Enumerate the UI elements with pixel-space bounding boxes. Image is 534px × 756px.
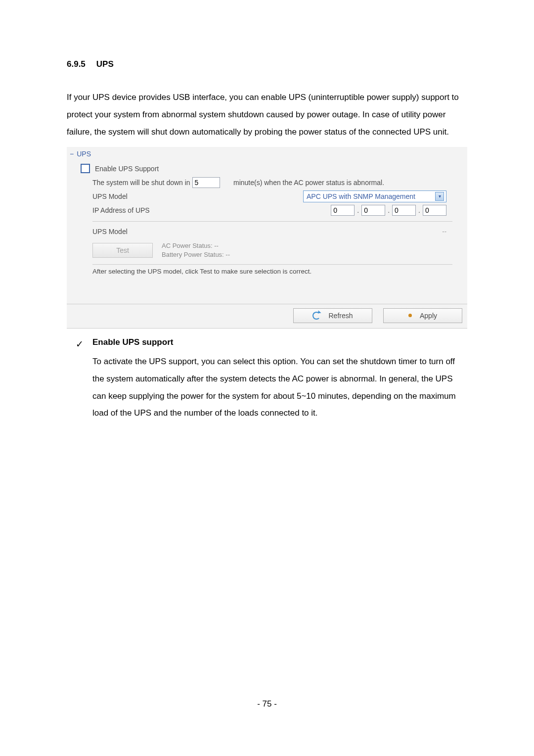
shutdown-sentence-post: minute(s) when the AC power status is ab… — [233, 179, 384, 187]
ups-model-status-value: -- — [442, 228, 452, 235]
selection-hint: After selecting the UPS model, click Tes… — [92, 268, 452, 275]
ip-address-group: . . . — [331, 205, 446, 216]
section-heading: 6.9.5UPS — [67, 59, 467, 69]
ip-octet-1[interactable] — [331, 205, 355, 216]
ups-model-status-label: UPS Model — [92, 228, 128, 236]
button-bar: Refresh Apply — [67, 304, 467, 328]
chevron-down-icon: ▾ — [435, 192, 444, 201]
test-button[interactable]: Test — [92, 243, 153, 258]
subsection-title: Enable UPS support — [92, 337, 467, 347]
heading-title: UPS — [96, 59, 114, 69]
ups-model-label: UPS Model — [92, 192, 128, 200]
ups-panel: −UPS Enable UPS Support The system will … — [67, 147, 467, 329]
ups-model-select[interactable]: APC UPS with SNMP Management ▾ — [303, 190, 446, 202]
shutdown-minutes-input[interactable] — [192, 177, 220, 188]
enable-checkbox[interactable] — [81, 164, 90, 173]
ip-octet-4[interactable] — [423, 205, 446, 216]
ip-octet-2[interactable] — [361, 205, 385, 216]
apply-button[interactable]: Apply — [383, 308, 462, 323]
refresh-button[interactable]: Refresh — [293, 308, 372, 323]
page-number: - 75 - — [67, 699, 467, 709]
apply-icon — [408, 314, 412, 317]
refresh-icon — [312, 312, 320, 320]
ip-label: IP Address of UPS — [92, 206, 150, 214]
subsection-text: To activate the UPS support, you can sel… — [92, 353, 467, 422]
ac-power-status: AC Power Status: -- — [162, 241, 230, 250]
ip-octet-3[interactable] — [392, 205, 416, 216]
ups-model-value: APC UPS with SNMP Management — [307, 192, 415, 200]
intro-paragraph: If your UPS device provides USB interfac… — [67, 89, 467, 141]
panel-title: UPS — [77, 150, 91, 158]
shutdown-sentence-pre: The system will be shut down in — [92, 179, 190, 187]
panel-header[interactable]: −UPS — [67, 147, 467, 160]
battery-power-status: Battery Power Status: -- — [162, 250, 230, 259]
checkmark-icon: ✓ — [67, 337, 92, 422]
enable-label: Enable UPS Support — [95, 165, 159, 173]
collapse-icon[interactable]: − — [70, 150, 74, 158]
heading-number: 6.9.5 — [67, 59, 86, 69]
